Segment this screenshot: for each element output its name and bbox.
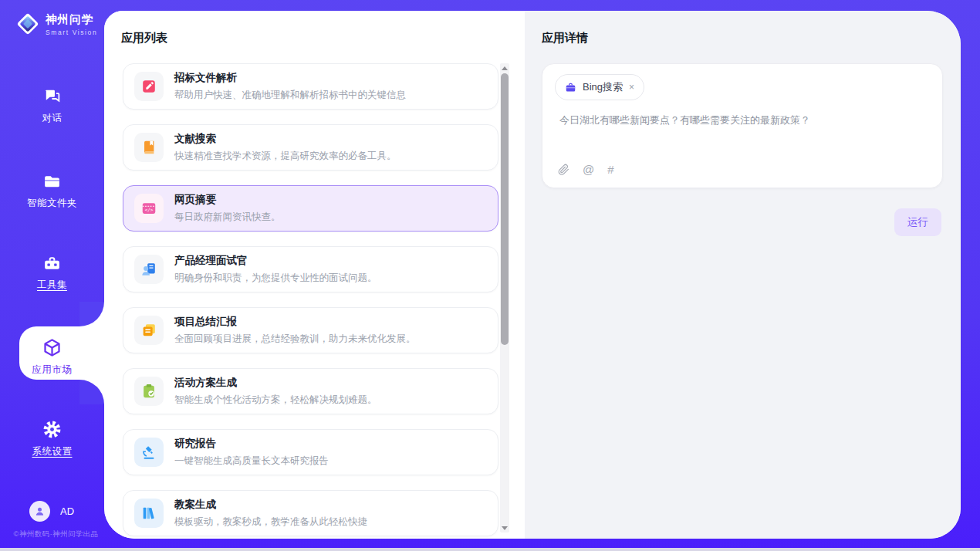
brand-logo: 神州问学 Smart Vision [15, 12, 97, 36]
run-button[interactable]: 运行 [894, 208, 941, 236]
app-item-project-summary[interactable]: 项目总结汇报 全面回顾项目进展，总结经验教训，助力未来优化发展。 [123, 307, 498, 353]
app-detail-title: 应用详情 [542, 31, 588, 46]
app-description: 明确身份和职责，为您提供专业性的面试问题。 [174, 272, 377, 285]
user-initials: AD [60, 505, 74, 517]
app-name: 项目总结汇报 [174, 315, 416, 329]
app-description: 每日政府新闻资讯快查。 [174, 211, 281, 224]
sidebar-item-label: 系统设置 [0, 445, 104, 458]
active-tab-curve-top [79, 302, 104, 326]
sticky-notes-icon [134, 316, 164, 345]
query-card: Bing搜索 × 今日湖北有哪些新闻要点？有哪些需要关注的最新政策？ @ # [542, 63, 943, 188]
app-description: 智能生成个性化活动方案，轻松解决规划难题。 [174, 394, 377, 407]
app-detail-panel: 应用详情 Bing搜索 × 今日湖北有哪些新闻要点？有哪些需要关注的最新政策？ … [525, 11, 961, 539]
query-input[interactable]: 今日湖北有哪些新闻要点？有哪些需要关注的最新政策？ [559, 113, 925, 128]
sidebar-item-label: 应用市场 [0, 363, 104, 377]
copyright-footer: ©神州数码·神州问学出品 [0, 529, 112, 539]
list-scrollbar[interactable] [500, 63, 509, 532]
clipboard-check-icon [134, 377, 164, 406]
browser-code-icon: </> [134, 194, 164, 223]
app-name: 教案生成 [174, 498, 367, 512]
chip-close-icon[interactable]: × [629, 83, 634, 92]
sidebar-item-label: 工具集 [0, 279, 104, 292]
scrollbar-up-arrow[interactable] [500, 63, 509, 73]
user-account[interactable]: AD [29, 501, 74, 522]
app-name: 研究报告 [174, 437, 329, 451]
app-item-research-report[interactable]: 研究报告 一键智能生成高质量长文本研究报告 [123, 429, 498, 475]
interviewer-icon [134, 255, 164, 284]
toolbox-icon [42, 254, 63, 273]
app-description: 帮助用户快速、准确地理解和解析招标书中的关键信息 [174, 89, 406, 102]
app-description: 模板驱动，教案秒成，教学准备从此轻松快捷 [174, 516, 367, 529]
app-name: 活动方案生成 [174, 376, 377, 390]
sidebar-item-label: 对话 [0, 112, 104, 125]
app-name: 文献搜索 [174, 132, 397, 146]
scrollbar-thumb[interactable] [501, 73, 509, 345]
sidebar-item-toolkit[interactable]: 工具集 [0, 254, 104, 292]
sidebar-item-label: 智能文件夹 [0, 197, 104, 210]
app-description: 一键智能生成高质量长文本研究报告 [174, 455, 329, 468]
app-description: 全面回顾项目进展，总结经验教训，助力未来优化发展。 [174, 333, 416, 346]
microscope-icon [134, 438, 164, 467]
book-icon [134, 133, 164, 162]
app-list: 招标文件解析 帮助用户快速、准确地理解和解析招标书中的关键信息 文献搜索 快速精… [123, 63, 498, 536]
main-content: 应用列表 招标文件解析 帮助用户快速、准确地理解和解析招标书中的关键信息 [104, 11, 961, 539]
scrollbar-down-arrow[interactable] [500, 523, 509, 532]
app-name: 产品经理面试官 [174, 254, 377, 268]
app-name: 招标文件解析 [174, 71, 406, 85]
sidebar: 神州问学 Smart Vision 对话 智能文件夹 工具集 [0, 0, 104, 548]
sidebar-item-chat[interactable]: 对话 [0, 87, 104, 125]
edit-document-icon [134, 72, 164, 101]
sidebar-item-app-market[interactable]: 应用市场 [0, 337, 104, 377]
app-item-bid-document-analysis[interactable]: 招标文件解析 帮助用户快速、准确地理解和解析招标书中的关键信息 [123, 63, 498, 110]
avatar[interactable] [29, 501, 50, 522]
chat-icon [42, 87, 63, 106]
app-list-panel: 应用列表 招标文件解析 帮助用户快速、准确地理解和解析招标书中的关键信息 [104, 11, 525, 539]
brand-subtitle: Smart Vision [46, 29, 97, 36]
app-item-web-summary[interactable]: </> 网页摘要 每日政府新闻资讯快查。 [123, 185, 498, 232]
input-toolbar: @ # [558, 163, 614, 176]
tool-chip-bing-search[interactable]: Bing搜索 × [555, 74, 644, 100]
sidebar-item-smart-folder[interactable]: 智能文件夹 [0, 172, 104, 210]
folder-icon [42, 172, 63, 191]
hash-icon[interactable]: # [607, 163, 613, 176]
books-icon [134, 499, 164, 528]
tool-chip-label: Bing搜索 [583, 80, 623, 94]
app-item-pm-interviewer[interactable]: 产品经理面试官 明确身份和职责，为您提供专业性的面试问题。 [123, 246, 498, 292]
app-item-event-plan[interactable]: 活动方案生成 智能生成个性化活动方案，轻松解决规划难题。 [123, 368, 498, 414]
app-name: 网页摘要 [174, 193, 281, 207]
cube-icon [42, 337, 63, 358]
mention-icon[interactable]: @ [583, 163, 594, 176]
app-item-lesson-plan[interactable]: 教案生成 模板驱动，教案秒成，教学准备从此轻松快捷 [123, 490, 498, 536]
svg-text:</>: </> [145, 207, 154, 212]
app-list-title: 应用列表 [121, 31, 167, 46]
paperclip-icon[interactable] [558, 164, 569, 176]
app-description: 快速精准查找学术资源，提高研究效率的必备工具。 [174, 150, 397, 163]
bottom-strip [0, 548, 980, 551]
person-icon [34, 505, 46, 517]
brand-name: 神州问学 [46, 12, 97, 27]
sidebar-item-settings[interactable]: 系统设置 [0, 419, 104, 458]
gear-icon [42, 419, 63, 440]
active-tab-curve-bottom [79, 380, 104, 404]
briefcase-icon [565, 82, 576, 93]
app-item-literature-search[interactable]: 文献搜索 快速精准查找学术资源，提高研究效率的必备工具。 [123, 124, 498, 171]
diamond-logo-icon [15, 12, 40, 36]
